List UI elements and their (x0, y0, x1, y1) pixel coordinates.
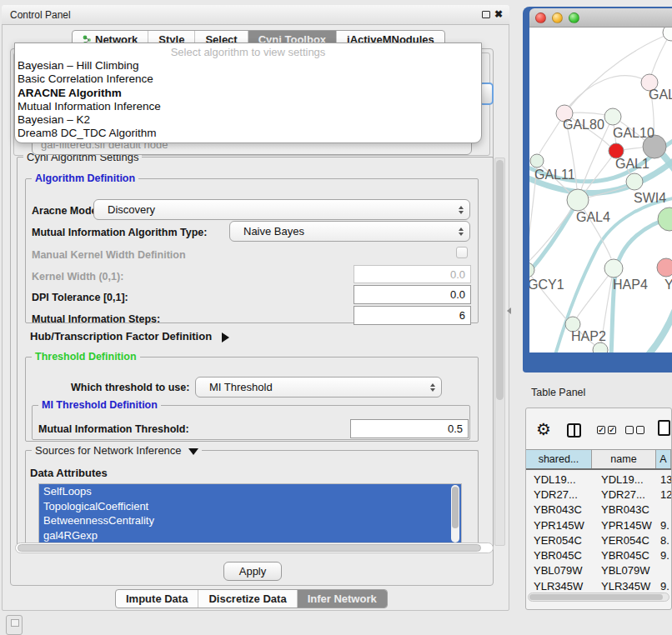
expanded-arrow-icon[interactable] (188, 448, 198, 455)
minimize-traffic-light-icon[interactable] (552, 12, 563, 23)
settings-vertical-scrollbar-thumb[interactable] (496, 160, 504, 400)
table-cell: YBL079W (526, 564, 592, 577)
column-header-shared-name[interactable]: shared... (526, 450, 592, 468)
mi-threshold-group-title: MI Threshold Definition (38, 399, 161, 411)
table-row[interactable]: YBR043CYBR043C (526, 502, 671, 518)
select-all-checkboxes-icon[interactable]: ✓ ✓ (597, 426, 616, 434)
mi-threshold-value: 0.5 (351, 422, 468, 435)
deselect-all-checkboxes-icon[interactable] (625, 426, 644, 434)
sources-title-text: Sources for Network Inference (35, 444, 182, 457)
close-traffic-light-icon[interactable] (535, 12, 546, 23)
network-node[interactable] (567, 189, 589, 211)
settings-vertical-scrollbar[interactable] (494, 158, 505, 546)
data-attribute-option[interactable]: BetweennessCentrality (39, 513, 461, 528)
float-window-icon[interactable] (482, 11, 490, 18)
table-body[interactable]: YDL19...YDL19...13YDR27...YDR27...12YBR0… (526, 472, 671, 593)
network-node[interactable] (593, 342, 608, 352)
dpi-tolerance-value: 0.0 (354, 288, 470, 301)
table-row[interactable]: YBR045CYBR045C9. (526, 548, 671, 562)
table-row[interactable]: YDL19...YDL19...13 (526, 472, 671, 487)
table-cell: YBR043C (592, 503, 656, 516)
network-window-titlebar[interactable] (529, 8, 672, 28)
column-header-name[interactable]: name (592, 450, 656, 468)
node-label: GCY1 (529, 278, 564, 292)
network-edge[interactable] (646, 305, 672, 352)
network-node[interactable] (657, 258, 672, 277)
data-attribute-option[interactable]: SelfLoops (39, 484, 461, 499)
combo-stepper-icon (428, 383, 441, 392)
data-attributes-label: Data Attributes (30, 467, 108, 479)
table-horizontal-scrollbar[interactable] (528, 592, 669, 602)
table-cell: YER054C (526, 534, 592, 547)
hub-section-toggle[interactable]: Hub/Transcription Factor Definition (30, 330, 229, 342)
mi-algorithm-type-combo[interactable]: Naive Bayes (229, 221, 470, 242)
data-attributes-list[interactable]: SelfLoopsTopologicalCoefficientBetweenne… (38, 483, 462, 544)
mi-threshold-field[interactable]: 0.5 (350, 419, 469, 438)
table-row[interactable]: YPR145WYPR145W9. (526, 518, 671, 532)
mi-algorithm-type-value: Naive Bayes (230, 225, 456, 238)
table-row[interactable]: YLR345WYLR345W9. (526, 578, 671, 593)
mi-steps-value: 6 (354, 309, 470, 322)
network-node[interactable] (530, 154, 544, 168)
bottom-tab-label: Infer Network (308, 592, 377, 605)
table-cell: YPR145W (592, 519, 656, 532)
data-attribute-option[interactable]: gal4RGexp (39, 528, 461, 543)
data-attribute-option[interactable]: TopologicalCoefficient (39, 499, 461, 514)
bottom-tab-label: Discretize Data (208, 592, 286, 605)
unchecked-box-icon (636, 426, 644, 434)
node-label: GAL10 (613, 126, 654, 140)
apply-button[interactable]: Apply (223, 562, 282, 581)
network-edge[interactable] (529, 198, 579, 279)
algorithm-definition-title: Algorithm Definition (32, 172, 138, 184)
network-node[interactable] (626, 173, 643, 190)
settings-horizontal-scrollbar[interactable] (15, 542, 494, 553)
mi-steps-field[interactable]: 6 (354, 306, 471, 325)
export-table-icon[interactable] (658, 420, 670, 436)
algorithm-option[interactable]: Bayesian – K2 (15, 113, 481, 127)
table-horizontal-scrollbar-thumb[interactable] (529, 594, 663, 600)
algorithm-option[interactable]: Dream8 DC_TDC Algorithm (15, 127, 481, 140)
bottom-tab-infer-network[interactable]: Infer Network (298, 590, 387, 608)
mi-algorithm-type-label: Mutual Information Algorithm Type: (32, 227, 207, 238)
table-cell: YDL19... (526, 473, 592, 486)
dpi-tolerance-label: DPI Tolerance [0,1]: (32, 292, 128, 303)
table-row[interactable]: YDR27...YDR27...12 (526, 487, 671, 502)
column-header-partial[interactable]: A (656, 450, 671, 468)
table-cell: 9. (656, 580, 671, 592)
column-selector-icon[interactable] (567, 423, 581, 438)
aracne-mode-combo[interactable]: Discovery (93, 199, 470, 220)
table-row[interactable]: YER054CYER054C8. (526, 532, 671, 548)
close-icon[interactable]: ✖ (494, 8, 503, 20)
control-panel-titlebar[interactable] (2, 5, 509, 25)
network-edge[interactable] (569, 76, 649, 106)
dpi-tolerance-field[interactable]: 0.0 (354, 285, 471, 304)
network-node[interactable] (604, 259, 623, 278)
network-node[interactable] (604, 108, 621, 125)
node-label: GAL (649, 88, 672, 102)
checked-box-icon: ✓ (597, 426, 605, 434)
attributes-list-scrollbar[interactable] (451, 485, 459, 542)
table-cell: YBR043C (526, 503, 592, 516)
network-node[interactable] (658, 208, 672, 231)
node-label: HAP4 (613, 278, 648, 292)
checked-box-icon: ✓ (608, 426, 616, 434)
collapsed-panel-button[interactable] (6, 615, 23, 635)
algorithm-option[interactable]: Basic Correlation Inference (15, 72, 481, 86)
algorithm-option[interactable]: Mutual Information Inference (15, 100, 481, 113)
kernel-width-field[interactable]: 0.0 (354, 265, 471, 283)
splitter-handle[interactable] (507, 308, 511, 314)
network-canvas[interactable]: GALGAL80GAL10GAL11GAL1SWI4GAL4GCY1HAP4YH… (529, 28, 672, 352)
table-cell: YDR27... (592, 488, 656, 501)
bottom-tab-impute-data[interactable]: Impute Data (116, 590, 198, 608)
algorithm-option[interactable]: ARACNE Algorithm (15, 87, 481, 100)
which-threshold-combo[interactable]: MI Threshold (195, 377, 442, 398)
table-row[interactable]: YBL079WYBL079W (526, 563, 671, 578)
network-node[interactable] (663, 28, 672, 41)
bottom-tab-discretize-data[interactable]: Discretize Data (198, 590, 297, 608)
zoom-traffic-light-icon[interactable] (569, 12, 579, 23)
manual-kernel-checkbox[interactable] (456, 247, 468, 258)
settings-horizontal-scrollbar-thumb[interactable] (18, 544, 481, 552)
table-settings-gear-icon[interactable]: ⚙ (536, 419, 551, 439)
algorithm-option[interactable]: Bayesian – Hill Climbing (15, 59, 481, 72)
attributes-list-scrollbar-thumb[interactable] (452, 487, 459, 528)
